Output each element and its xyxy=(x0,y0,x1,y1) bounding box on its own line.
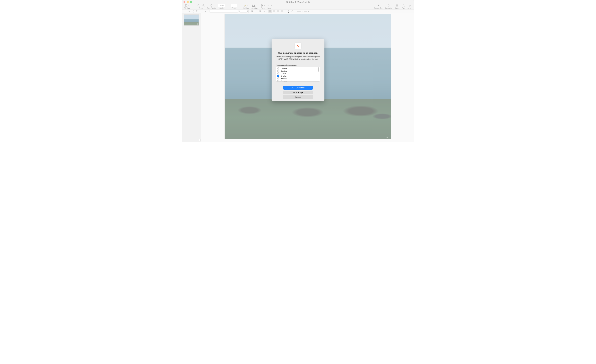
language-label: Catalan xyxy=(281,67,287,69)
correct-text-button[interactable]: ✦ Correct Text xyxy=(373,4,384,9)
select-area-tool[interactable] xyxy=(195,10,199,13)
thumbnail-sidebar: 1 xyxy=(182,13,201,142)
page-thumbnail[interactable]: 1 xyxy=(184,15,199,26)
language-option[interactable]: French xyxy=(277,80,319,82)
find-button[interactable]: Find xyxy=(401,4,406,9)
sidebar-toggle[interactable]: ▾ Sidebar xyxy=(183,4,191,9)
svg-line-6 xyxy=(204,6,205,6)
dialog-title: This document appears to be scanned. xyxy=(278,52,318,54)
language-label: Dutch xyxy=(281,73,286,74)
language-label: English xyxy=(281,75,287,77)
fill-color-button[interactable] xyxy=(291,10,294,13)
info-icon: i xyxy=(388,4,390,7)
chevron-down-icon: ▾ xyxy=(247,5,248,6)
text-style-button[interactable]: A xyxy=(262,10,266,13)
annotate-icon: Aあ xyxy=(252,4,256,7)
ocr-document-button[interactable]: OCR Document xyxy=(283,86,313,90)
erase-tool[interactable] xyxy=(199,10,203,13)
language-option[interactable]: English xyxy=(277,75,319,77)
svg-text:i: i xyxy=(389,5,389,6)
hand-tool[interactable] xyxy=(191,10,195,13)
underline-button[interactable]: U xyxy=(258,10,262,13)
ocr-page-button[interactable]: OCR Page xyxy=(283,91,313,94)
chevron-down-icon: ▾ xyxy=(257,5,257,6)
share-button[interactable]: Share xyxy=(406,4,413,9)
chevron-down-icon: ▾ xyxy=(271,5,272,6)
grid-icon xyxy=(396,4,398,7)
line-weight-button[interactable] xyxy=(304,11,307,11)
svg-line-19 xyxy=(404,6,405,7)
svg-point-38 xyxy=(293,12,293,12)
svg-rect-9 xyxy=(211,5,212,7)
page-field[interactable]: 1 Page xyxy=(230,4,238,9)
font-family-select[interactable] xyxy=(209,10,238,13)
language-checkbox[interactable] xyxy=(277,80,279,82)
app-icon xyxy=(295,42,301,49)
scale-field[interactable]: 32% Scale xyxy=(217,4,226,9)
font-size-field[interactable] xyxy=(240,10,247,13)
chevron-down-icon: ▾ xyxy=(188,5,189,6)
languages-label: Languages to recognize: xyxy=(276,64,297,66)
sparkle-icon: ✦ xyxy=(378,4,380,7)
align-left-button[interactable] xyxy=(268,10,272,13)
draw-button[interactable]: ▾ Draw xyxy=(266,4,273,9)
pointer-tool[interactable] xyxy=(187,10,191,13)
chevron-down-icon: ▾ xyxy=(302,10,303,12)
zoom-in-icon[interactable] xyxy=(202,4,205,7)
main-toolbar: ▾ Sidebar Zoom xyxy=(182,4,414,9)
line-style-button[interactable] xyxy=(297,11,301,11)
language-checkbox[interactable] xyxy=(277,73,279,74)
text-color-button[interactable]: A xyxy=(287,10,290,13)
language-option[interactable]: Danish xyxy=(277,70,319,72)
italic-button[interactable]: I xyxy=(254,10,258,13)
stepper-icon[interactable]: ▴▾ xyxy=(247,10,248,12)
stamp-tool[interactable] xyxy=(203,10,207,13)
align-justify-button[interactable] xyxy=(280,10,284,13)
window-title: Untitled 2 (Page 1 of 1) xyxy=(182,1,414,3)
svg-rect-17 xyxy=(397,6,398,6)
svg-rect-15 xyxy=(397,5,398,5)
svg-rect-21 xyxy=(197,11,198,12)
language-label: Finnish xyxy=(281,77,287,80)
library-button[interactable]: Library xyxy=(394,4,401,9)
highlight-button[interactable]: ▾ Highlight xyxy=(242,4,250,9)
bold-button[interactable]: B xyxy=(250,10,254,13)
form-button[interactable]: ▾ Form xyxy=(259,4,266,9)
titlebar: Untitled 2 (Page 1 of 1) xyxy=(182,0,414,4)
language-option[interactable]: Finnish xyxy=(277,77,319,80)
language-option[interactable]: Dutch xyxy=(277,72,319,75)
app-window: Untitled 2 (Page 1 of 1) ▾ Sidebar xyxy=(182,0,414,142)
scrollbar-thumb[interactable] xyxy=(318,67,319,72)
align-center-button[interactable] xyxy=(272,10,276,13)
form-icon xyxy=(261,4,263,7)
text-cursor-tool[interactable]: I xyxy=(183,10,187,13)
chevron-down-icon: ▾ xyxy=(239,10,240,12)
inspector-button[interactable]: i Inspector xyxy=(384,4,393,9)
slider-knob[interactable] xyxy=(199,139,201,141)
language-label: French xyxy=(281,80,287,82)
language-option[interactable]: Catalan xyxy=(277,67,319,70)
dialog-message: Would you like to perform optical charac… xyxy=(274,56,322,61)
annotate-button[interactable]: Aあ ▾ Annotate xyxy=(250,4,259,9)
align-right-button[interactable] xyxy=(276,10,280,13)
page-width-button[interactable]: Page Width xyxy=(206,4,217,9)
zoom-controls: Zoom xyxy=(196,4,206,9)
format-bar: I ▾ ▴▾ B I U A xyxy=(182,9,414,13)
language-checkbox[interactable] xyxy=(277,77,279,80)
zoom-out-icon[interactable] xyxy=(197,4,200,7)
language-checkbox[interactable] xyxy=(277,75,279,77)
svg-rect-16 xyxy=(396,6,397,6)
cancel-button[interactable]: Cancel xyxy=(283,95,313,99)
svg-rect-0 xyxy=(185,5,187,7)
thumbnail-page-number: 1 xyxy=(197,23,198,25)
share-icon xyxy=(409,4,411,7)
language-checkbox[interactable] xyxy=(277,67,279,69)
thumbnail-size-slider[interactable] xyxy=(183,140,200,140)
page-counter: 1 / 1 xyxy=(386,136,389,138)
languages-list[interactable]: CatalanDanishDutchEnglishFinnishFrench xyxy=(276,67,320,82)
svg-line-3 xyxy=(199,6,200,6)
search-icon xyxy=(402,4,405,7)
ocr-dialog: This document appears to be scanned. Wou… xyxy=(272,39,324,101)
svg-rect-14 xyxy=(396,5,397,5)
language-checkbox[interactable] xyxy=(277,70,279,72)
